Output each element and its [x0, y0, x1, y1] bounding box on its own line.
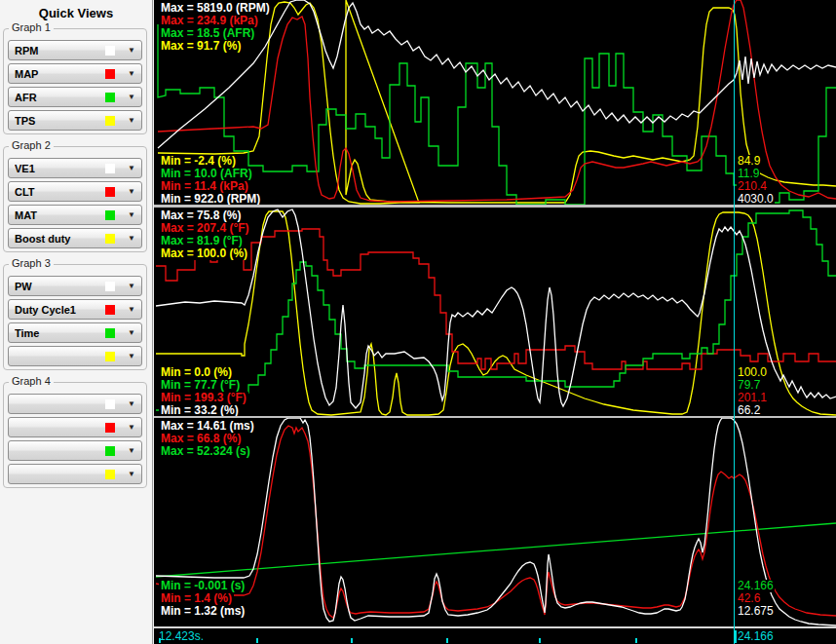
- series-color-chip: [105, 187, 115, 197]
- dropdown-arrow-icon[interactable]: ▼: [128, 352, 135, 360]
- cursor-value: 4030.0: [737, 193, 775, 205]
- time-cursor-line[interactable]: [734, 0, 735, 644]
- series-selector-label: PW: [15, 281, 105, 292]
- series-selector-time[interactable]: Time▼: [8, 322, 142, 343]
- graph-3-min-legend-item: Min = 1.32 (ms): [159, 605, 247, 618]
- series-color-chip: [105, 399, 115, 409]
- dropdown-arrow-icon[interactable]: ▼: [128, 69, 135, 78]
- series-color-chip: [105, 93, 115, 102]
- series-color-chip: [105, 470, 115, 479]
- series-color-chip: [105, 234, 115, 244]
- group-label: Graph 1: [9, 21, 54, 33]
- dropdown-arrow-icon[interactable]: ▼: [128, 446, 135, 455]
- timeline-tick: [446, 638, 448, 643]
- graph-1-max-legend: Max = 5819.0 (RPM)Max = 234.9 (kPa)Max =…: [159, 2, 272, 53]
- quick-views-sidebar: Quick Views Graph 1RPM▼MAP▼AFR▼TPS▼Graph…: [0, 0, 153, 644]
- graph-2-min-legend: Min = 0.0 (%)Min = 77.7 (°F)Min = 199.3 …: [159, 366, 248, 416]
- series-selector-label: Time: [15, 327, 105, 339]
- dropdown-arrow-icon[interactable]: ▼: [128, 470, 135, 478]
- series-color-chip: [105, 446, 115, 456]
- series-selector-label: Duty Cycle1: [15, 304, 105, 316]
- graph-area: Max = 5819.0 (RPM)Max = 234.9 (kPa)Max =…: [154, 0, 836, 644]
- graph-1-min-legend: Min = -2.4 (%)Min = 10.0 (AFR)Min = 11.4…: [159, 155, 262, 205]
- graph-3-min-legend: Min = -0.001 (s)Min = 1.4 (%)Min = 1.32 …: [159, 580, 247, 618]
- series-selector-empty[interactable]: ▼: [8, 464, 142, 484]
- graph-3-cursor-values: 24.16642.612.675: [737, 580, 775, 618]
- group-label: Graph 2: [9, 139, 54, 151]
- series-selector-boost-duty[interactable]: Boost duty▼: [8, 228, 142, 248]
- cursor-value: 66.2: [737, 404, 761, 416]
- dropdown-arrow-icon[interactable]: ▼: [128, 116, 135, 125]
- series-selector-ve1[interactable]: VE1▼: [8, 158, 142, 178]
- dropdown-arrow-icon[interactable]: ▼: [128, 305, 135, 314]
- graph-2-min-legend-item: Min = 33.2 (%): [159, 404, 241, 416]
- dropdown-arrow-icon[interactable]: ▼: [128, 234, 135, 243]
- series-color-chip: [105, 46, 115, 56]
- series-color-chip: [105, 328, 115, 338]
- cursor-value: 12.675: [737, 605, 775, 618]
- graph-2-max-legend-item: Max = 100.0 (%): [159, 247, 249, 260]
- series-color-chip: [105, 116, 115, 126]
- series-selector-tps[interactable]: TPS▼: [8, 110, 142, 131]
- series-selector-map[interactable]: MAP▼: [8, 63, 142, 84]
- series-selector-label: CLT: [15, 186, 105, 198]
- series-selector-duty-cycle1[interactable]: Duty Cycle1▼: [8, 299, 142, 320]
- dropdown-arrow-icon[interactable]: ▼: [128, 423, 135, 432]
- dropdown-arrow-icon[interactable]: ▼: [128, 399, 135, 408]
- series-selector-label: MAP: [15, 68, 105, 80]
- cursor-time-label: 24.166: [738, 629, 774, 643]
- series-color-chip: [105, 164, 115, 173]
- group-label: Graph 3: [9, 257, 54, 269]
- timeline-tick: [159, 638, 161, 643]
- graph-3-max-legend-item: Max = 52.324 (s): [159, 445, 252, 458]
- series-color-chip: [105, 423, 115, 433]
- dropdown-arrow-icon[interactable]: ▼: [128, 164, 135, 172]
- group-graph-4: Graph 4▼▼▼▼: [3, 382, 147, 488]
- dropdown-arrow-icon[interactable]: ▼: [128, 210, 135, 219]
- series-color-chip: [105, 305, 115, 315]
- group-label: Graph 4: [9, 375, 54, 387]
- graph-2-max-legend: Max = 75.8 (%)Max = 207.4 (°F)Max = 81.9…: [159, 209, 251, 260]
- series-selector-empty[interactable]: ▼: [8, 440, 142, 461]
- series-selector-label: MAT: [15, 209, 105, 221]
- series-selector-label: RPM: [15, 45, 105, 57]
- series-selector-empty[interactable]: ▼: [8, 346, 142, 366]
- timeline-tick: [635, 638, 637, 643]
- graph-1-max-legend-item: Max = 91.7 (%): [159, 40, 243, 53]
- dropdown-arrow-icon[interactable]: ▼: [128, 328, 135, 337]
- dropdown-arrow-icon[interactable]: ▼: [128, 93, 135, 101]
- graph-2-cursor-values: 100.079.7201.166.2: [737, 366, 768, 416]
- series-selector-rpm[interactable]: RPM▼: [8, 40, 142, 60]
- series-selector-afr[interactable]: AFR▼: [8, 87, 142, 107]
- group-graph-2: Graph 2VE1▼CLT▼MAT▼Boost duty▼: [3, 146, 147, 252]
- graph-selector-groups: Graph 1RPM▼MAP▼AFR▼TPS▼Graph 2VE1▼CLT▼MA…: [0, 28, 152, 488]
- graph-1-min-legend-item: Min = 922.0 (RPM): [159, 193, 262, 205]
- series-selector-label: VE1: [15, 163, 105, 174]
- timeline-tick: [539, 638, 541, 643]
- series-color-chip: [105, 69, 115, 79]
- group-graph-1: Graph 1RPM▼MAP▼AFR▼TPS▼: [3, 28, 147, 134]
- graph-3-max-legend: Max = 14.61 (ms)Max = 66.8 (%)Max = 52.3…: [159, 420, 256, 458]
- series-selector-empty[interactable]: ▼: [8, 417, 142, 437]
- series-selector-label: AFR: [15, 92, 105, 103]
- series-color-chip: [105, 282, 115, 291]
- series-selector-empty[interactable]: ▼: [8, 394, 142, 414]
- dropdown-arrow-icon[interactable]: ▼: [128, 282, 135, 290]
- dropdown-arrow-icon[interactable]: ▼: [128, 46, 135, 55]
- series-color-chip: [105, 352, 115, 361]
- timeline-time-label: 12.423s.: [159, 629, 204, 643]
- timeline-tick: [256, 638, 258, 643]
- series-selector-label: TPS: [15, 115, 105, 127]
- group-graph-3: Graph 3PW▼Duty Cycle1▼Time▼▼: [3, 264, 147, 370]
- series-selector-mat[interactable]: MAT▼: [8, 205, 142, 225]
- series-selector-label: Boost duty: [15, 233, 105, 245]
- series-selector-pw[interactable]: PW▼: [8, 276, 142, 296]
- series-selector-clt[interactable]: CLT▼: [8, 181, 142, 202]
- series-color-chip: [105, 210, 115, 220]
- timeline-tick: [351, 638, 353, 643]
- graph-1-cursor-values: 84.911.9210.44030.0: [737, 155, 775, 205]
- dropdown-arrow-icon[interactable]: ▼: [128, 187, 135, 196]
